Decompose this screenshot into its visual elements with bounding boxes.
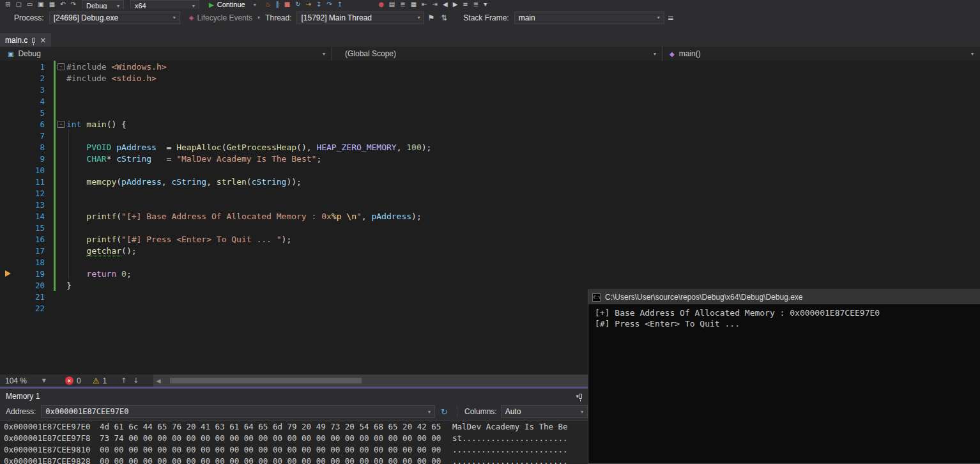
breakpoint-margin[interactable] [0,61,17,72]
breakpoint-margin[interactable] [0,107,17,118]
breakpoint-margin[interactable] [0,118,17,130]
console-output[interactable]: [+] Base Address Of Allocated Memory : 0… [588,304,980,333]
line-number[interactable]: 13 [17,200,45,210]
line-number[interactable]: 10 [17,166,45,175]
code-text[interactable]: getchar(); [66,246,137,256]
scrollbar-thumb[interactable] [170,378,362,383]
line-number[interactable]: 17 [17,246,45,256]
window-layout-icon[interactable]: ⊞ [3,0,13,8]
open-file-icon[interactable]: ▭ [24,0,35,8]
breakpoint-margin[interactable] [0,187,17,199]
line-number[interactable]: 15 [17,223,45,233]
save-icon[interactable]: ▣ [35,0,46,8]
navigate-forward-icon[interactable]: ▶ [450,0,461,8]
breakpoint-margin[interactable] [0,245,17,256]
break-all-icon[interactable]: ‖ [273,0,282,8]
breakpoint-margin[interactable] [0,222,17,233]
new-file-icon[interactable]: ▢ [13,0,24,8]
thread-combo[interactable]: [15792] Main Thread ▾ [296,12,424,24]
line-number[interactable]: 7 [17,131,45,141]
member-dropdown[interactable]: ◆ main() ▾ [663,47,980,61]
diagnostic-tools-icon[interactable]: ▤ [387,0,397,8]
fold-toggle-icon[interactable]: - [57,63,65,70]
refresh-icon[interactable]: ↻ [441,407,448,417]
close-tab-icon[interactable]: × [40,37,46,43]
line-number[interactable]: 19 [17,269,45,279]
code-text[interactable]: printf("[#] Press <Enter> To Quit ... ")… [66,235,291,244]
bookmark-prev-icon[interactable]: ⇤ [419,0,429,8]
breakpoint-margin[interactable] [0,176,17,187]
line-number[interactable]: 1 [17,62,45,72]
line-number[interactable]: 18 [17,258,45,267]
line-number[interactable]: 20 [17,281,45,290]
show-threads-in-source-icon[interactable]: ⚑ [424,13,438,22]
code-text[interactable]: return 0; [66,269,132,279]
output-window-icon[interactable]: ▦ [408,0,419,8]
hot-reload-icon[interactable]: ♨ [263,0,273,8]
breakpoint-margin[interactable] [0,164,17,176]
line-number[interactable]: 9 [17,154,45,164]
undo-icon[interactable]: ↶ [57,0,68,8]
memory-window-titlebar[interactable]: Memory 1 ▾ [0,389,588,403]
redo-icon[interactable]: ↷ [68,0,79,8]
code-text[interactable]: #include <stdio.h> [66,73,157,83]
scope-dropdown[interactable]: (Global Scope) ▾ [332,47,663,61]
breakpoint-margin[interactable] [0,72,17,84]
pin-tab-icon[interactable] [32,38,35,43]
breakpoint-margin[interactable] [0,84,17,95]
solution-platforms-combo[interactable]: x64 ▾ [130,0,199,9]
solution-configurations-combo[interactable]: Debug ▾ [82,0,124,9]
breakpoint-margin[interactable] [0,130,17,141]
line-number[interactable]: 16 [17,235,45,244]
breakpoint-margin[interactable] [0,268,17,279]
next-issue-icon[interactable]: ↓ [133,376,139,385]
stack-frame-options-icon[interactable]: ≡ [664,13,677,22]
breakpoint-margin[interactable] [0,210,17,222]
error-count-button[interactable]: × 0 [65,376,81,385]
project-dropdown[interactable]: ▣ Debug ▾ [0,47,332,61]
line-number[interactable]: 2 [17,73,45,83]
code-text[interactable]: PVOID pAddress = HeapAlloc(GetProcessHea… [66,143,431,152]
stop-debugging-icon[interactable]: ■ [282,0,293,8]
line-number[interactable]: 3 [17,85,45,95]
memory-address-input[interactable] [45,407,423,416]
step-out-icon[interactable]: ↥ [335,0,345,8]
breakpoints-window-icon[interactable]: ● [376,0,387,8]
breakpoint-margin[interactable] [0,199,17,210]
line-number[interactable]: 22 [17,304,45,313]
line-number[interactable]: 8 [17,143,45,152]
breakpoint-margin[interactable] [0,291,17,302]
navigate-backward-icon[interactable]: ◀ [440,0,450,8]
lifecycle-events-dropdown[interactable]: ◈ Lifecycle Events ▾ [189,13,260,22]
restart-icon[interactable]: ↻ [293,0,303,8]
fold-toggle-icon[interactable]: - [57,121,65,128]
breakpoint-margin[interactable] [0,256,17,268]
continue-button[interactable]: ▶ Continue ▾ [209,0,256,9]
columns-combo[interactable]: Auto ▾ [501,405,588,418]
line-number[interactable]: 11 [17,177,45,187]
tab-main-c[interactable]: main.c × [0,33,51,47]
warning-count-button[interactable]: ⚠ 1 [93,376,107,385]
line-number[interactable]: 6 [17,120,45,129]
immediate-window-icon[interactable]: ≣ [397,0,408,8]
process-combo[interactable]: [24696] Debug.exe ▾ [49,12,180,24]
line-number[interactable]: 21 [17,292,45,302]
code-text[interactable]: } [66,281,72,290]
breakpoint-margin[interactable] [0,233,17,245]
code-text[interactable]: printf("[+] Base Address Of Allocated Me… [66,212,422,221]
line-number[interactable]: 5 [17,108,45,118]
memory-address-combo[interactable]: ▾ [41,405,435,418]
code-text[interactable]: #include <Windows.h> [66,62,167,72]
code-text[interactable]: CHAR* cString = "MalDev Academy Is The B… [66,154,321,164]
toggle-flagged-threads-icon[interactable]: ⇅ [438,13,450,22]
breakpoint-margin[interactable] [0,279,17,291]
step-into-icon[interactable]: ↧ [314,0,324,8]
scroll-left-icon[interactable]: ◀ [157,378,161,384]
console-titlebar[interactable]: C:\ C:\Users\User\source\repos\Debug\x64… [588,290,980,304]
step-over-icon[interactable]: ↷ [324,0,334,8]
line-number[interactable]: 4 [17,97,45,106]
stack-frame-combo[interactable]: main ▾ [514,12,664,24]
breakpoint-margin[interactable] [0,153,17,164]
code-text[interactable]: memcpy(pAddress, cString, strlen(cString… [66,177,302,187]
breakpoint-margin[interactable] [0,141,17,153]
